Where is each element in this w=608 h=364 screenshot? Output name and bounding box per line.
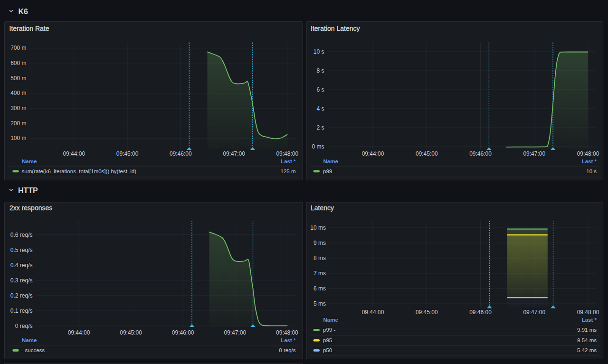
svg-text:125 m: 125 m [281, 168, 296, 174]
svg-text:09:45:00: 09:45:00 [120, 329, 142, 336]
svg-text:700 m: 700 m [10, 45, 26, 51]
svg-text:HTTP: HTTP [18, 187, 38, 195]
svg-text:600 m: 600 m [10, 60, 26, 66]
svg-text:9 ms: 9 ms [314, 240, 326, 246]
svg-text:p99 -: p99 - [323, 168, 335, 174]
svg-text:9.54 ms: 9.54 ms [577, 337, 597, 343]
svg-text:09:48:00: 09:48:00 [276, 150, 298, 157]
svg-text:0.3 req/s: 0.3 req/s [10, 277, 33, 284]
svg-text:09:47:00: 09:47:00 [523, 309, 545, 316]
svg-text:09:46:00: 09:46:00 [469, 150, 492, 157]
svg-text:09:44:00: 09:44:00 [362, 150, 384, 157]
svg-text:sum(rate(k6_iterations_total[1: sum(rate(k6_iterations_total[1m0s])) by(… [22, 168, 137, 174]
svg-text:6 ms: 6 ms [314, 285, 326, 292]
svg-text:09:48:00: 09:48:00 [577, 150, 599, 157]
svg-text:0.6 req/s: 0.6 req/s [10, 232, 33, 238]
svg-text:Name: Name [22, 159, 37, 164]
svg-text:10 s: 10 s [586, 168, 597, 174]
svg-text:Name: Name [323, 159, 338, 164]
svg-text:200 m: 200 m [10, 120, 26, 127]
svg-text:09:48:00: 09:48:00 [276, 329, 298, 336]
svg-text:Last *: Last * [281, 337, 296, 343]
svg-text:300 m: 300 m [10, 105, 26, 112]
svg-text:09:44:00: 09:44:00 [68, 329, 90, 336]
svg-text:09:47:00: 09:47:00 [523, 150, 545, 157]
svg-text:100 m: 100 m [10, 135, 26, 141]
svg-text:8 ms: 8 ms [314, 255, 326, 261]
svg-text:09:47:00: 09:47:00 [223, 150, 245, 157]
svg-text:2 s: 2 s [316, 124, 324, 131]
svg-text:0.5 req/s: 0.5 req/s [10, 247, 33, 253]
svg-text:7 ms: 7 ms [314, 270, 326, 277]
svg-text:Name: Name [22, 337, 37, 343]
svg-text:Iteration Rate: Iteration Rate [10, 25, 49, 32]
svg-text:500 m: 500 m [10, 75, 26, 82]
svg-text:0 ms: 0 ms [312, 143, 324, 150]
svg-text:09:48:00: 09:48:00 [577, 309, 599, 316]
svg-text:0.4 req/s: 0.4 req/s [10, 262, 33, 269]
svg-text:4 s: 4 s [316, 105, 324, 112]
svg-text:09:46:00: 09:46:00 [172, 329, 194, 336]
svg-text:0 req/s: 0 req/s [279, 347, 295, 353]
svg-text:0.2 req/s: 0.2 req/s [10, 292, 33, 299]
svg-text:Last *: Last * [582, 317, 597, 323]
svg-text:09:47:00: 09:47:00 [224, 329, 246, 336]
svg-text:Last *: Last * [582, 159, 597, 164]
svg-text:09:45:00: 09:45:00 [116, 150, 139, 157]
svg-text:0 req/s: 0 req/s [15, 323, 33, 329]
svg-text:5 ms: 5 ms [314, 300, 326, 307]
svg-text:Iteration Latency: Iteration Latency [311, 25, 360, 32]
svg-text:5.42 ms: 5.42 ms [577, 347, 597, 353]
svg-text:09:46:00: 09:46:00 [469, 309, 492, 316]
svg-text:p99 -: p99 - [323, 327, 335, 333]
svg-text:10 ms: 10 ms [310, 224, 326, 231]
svg-text:09:45:00: 09:45:00 [416, 309, 438, 316]
svg-text:400 m: 400 m [10, 90, 26, 96]
svg-text:Latency: Latency [311, 204, 334, 212]
svg-text:- success: - success [22, 347, 45, 353]
svg-text:6 s: 6 s [316, 86, 324, 93]
svg-text:Name: Name [323, 317, 338, 323]
svg-text:8 s: 8 s [316, 67, 324, 74]
svg-text:09:44:00: 09:44:00 [63, 150, 85, 157]
svg-text:Last *: Last * [281, 159, 296, 164]
svg-text:09:45:00: 09:45:00 [416, 150, 438, 157]
svg-text:09:46:00: 09:46:00 [170, 150, 192, 157]
svg-text:10 s: 10 s [314, 48, 324, 55]
svg-text:p95 -: p95 - [323, 337, 335, 343]
svg-text:2xx responses: 2xx responses [10, 204, 52, 212]
svg-text:p50 -: p50 - [323, 347, 335, 353]
svg-text:K6: K6 [19, 8, 28, 16]
svg-text:9.91 ms: 9.91 ms [577, 327, 597, 333]
svg-text:09:44:00: 09:44:00 [362, 309, 384, 316]
svg-text:0.1 req/s: 0.1 req/s [10, 308, 33, 314]
